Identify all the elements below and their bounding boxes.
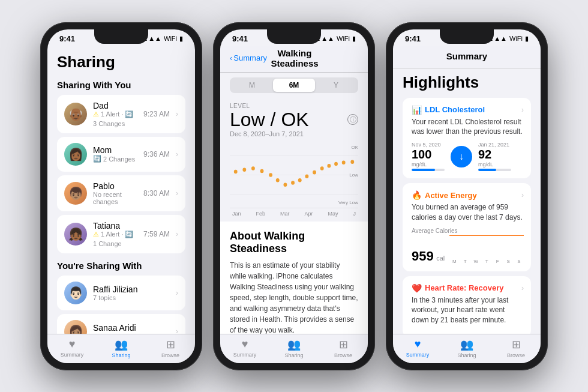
contact-time-dad: 9:23 AM bbox=[143, 110, 170, 118]
contact-pablo[interactable]: 👦🏽 Pablo No recent changes 8:30 AM › bbox=[57, 175, 185, 211]
notch-2 bbox=[267, 29, 321, 44]
hr-desc: In the 3 minutes after your last workout… bbox=[412, 295, 524, 325]
x-label-jun: J bbox=[353, 211, 356, 217]
bar-col-f: F bbox=[493, 258, 502, 264]
highlight-card-ldl[interactable]: 📊 LDL Cholesterol › Your recent LDL Chol… bbox=[403, 98, 531, 179]
tab-summary-3[interactable]: ♥ Summary bbox=[393, 338, 442, 358]
summary-content: Highlights 📊 LDL Cholesterol › Your rece… bbox=[393, 68, 541, 334]
about-section: About Walking Steadiness This is an esti… bbox=[220, 222, 368, 334]
bar-col-m: M bbox=[449, 258, 459, 264]
ldl-val-row1: 100 mg/dL bbox=[412, 148, 445, 171]
highlights-title: Highlights bbox=[393, 68, 541, 98]
sharing-tab-icon-2: 👥 bbox=[287, 338, 301, 351]
contact-mom[interactable]: 👩🏾 Mom 🔄 2 Changes 9:36 AM › bbox=[57, 137, 185, 172]
tab-browse-3[interactable]: ⊞ Browse bbox=[491, 338, 541, 358]
contact-tatiana[interactable]: 👧🏾 Tatiana ⚠ 1 Alert · 🔄 1 Change 7:59 A… bbox=[57, 215, 185, 253]
contact-time-pablo: 8:30 AM bbox=[143, 189, 170, 198]
segment-6m[interactable]: 6M bbox=[273, 79, 315, 92]
ldl-val2: 92 bbox=[478, 148, 491, 161]
battery-icon-2: ▮ bbox=[352, 35, 356, 43]
tab-browse-1[interactable]: ⊞ Browse bbox=[146, 338, 195, 358]
contact-meta-mom: 🔄 2 Changes bbox=[93, 155, 137, 163]
about-text: This is an estimate of your stability wh… bbox=[230, 260, 358, 334]
chart-area: LEVEL Low / OK ⓘ Dec 8, 2020–Jun 7, 2021 bbox=[220, 98, 368, 222]
tab-sharing-1[interactable]: 👥 Sharing bbox=[97, 338, 146, 358]
bar-col-s1: S bbox=[503, 258, 513, 264]
chart-container: OK Low Very Low bbox=[230, 142, 358, 208]
chart-value: Low / OK bbox=[230, 109, 309, 130]
alert-text-dad: 1 Alert bbox=[101, 110, 119, 118]
highlight-card-energy[interactable]: 🔥 Active Energy › You burned an average … bbox=[403, 183, 531, 271]
ldl-chevron: › bbox=[521, 106, 524, 114]
tab-summary-2[interactable]: ♥ Summary bbox=[220, 338, 269, 358]
ldl-bar2 bbox=[478, 169, 511, 171]
segment-y[interactable]: Y bbox=[315, 79, 357, 92]
summary-tab-icon-2: ♥ bbox=[242, 338, 248, 351]
ldl-col2: Jan 21, 2021 92 mg/dL bbox=[478, 142, 511, 171]
avatar-sanaa: 👩🏽 bbox=[64, 320, 87, 334]
tab-summary-1[interactable]: ♥ Summary bbox=[47, 338, 97, 358]
y-label-ok: OK bbox=[338, 145, 358, 150]
changes-mom: 🔄 bbox=[93, 155, 101, 163]
browse-tab-label-3: Browse bbox=[507, 352, 525, 358]
bar-label-s1: S bbox=[506, 259, 509, 264]
status-time-1: 9:41 bbox=[59, 34, 75, 43]
cal-number: 959 bbox=[412, 249, 434, 264]
contact-name-pablo: Pablo bbox=[93, 181, 137, 191]
ldl-icon: 📊 bbox=[412, 105, 422, 115]
ldl-unit1: mg/dL bbox=[412, 161, 445, 167]
phone-walking: 9:41 ▲▲▲ WiFi ▮ ‹ Summary Walking Steadi… bbox=[213, 22, 375, 370]
dot-sep-dad: · bbox=[121, 110, 123, 118]
x-label-mar: Mar bbox=[280, 211, 290, 217]
avg-line bbox=[449, 235, 524, 236]
energy-header: 🔥 Active Energy › bbox=[412, 190, 524, 200]
x-label-jan: Jan bbox=[232, 211, 241, 217]
bar-label-s2: S bbox=[517, 259, 520, 264]
alert-badge-dad: ⚠ bbox=[93, 110, 99, 118]
sharing-scroll: Sharing Sharing With You 👴🏾 Dad ⚠ 1 Aler… bbox=[47, 46, 195, 334]
cal-unit: cal bbox=[436, 255, 445, 262]
tab-sharing-3[interactable]: 👥 Sharing bbox=[442, 338, 491, 358]
contact-info-raffi: Raffi Jilizian 7 topics bbox=[93, 285, 170, 301]
sharing-tab-icon-3: 👥 bbox=[460, 338, 473, 351]
energy-icon: 🔥 bbox=[412, 190, 422, 200]
svg-point-13 bbox=[313, 170, 316, 175]
ldl-left: 100 mg/dL bbox=[412, 148, 445, 171]
nav-back-2[interactable]: ‹ Summary bbox=[230, 53, 267, 62]
contact-meta-pablo: No recent changes bbox=[93, 191, 137, 205]
segment-1m[interactable]: M bbox=[231, 79, 273, 92]
energy-cal-value: 959 cal bbox=[412, 249, 445, 264]
walking-scroll: M 6M Y LEVEL Low / OK ⓘ Dec 8, 2020–Jun … bbox=[220, 73, 368, 334]
avatar-dad: 👴🏾 bbox=[64, 103, 87, 125]
contact-sanaa[interactable]: 👩🏽 Sanaa Aridi 2 topics › bbox=[57, 314, 185, 334]
info-button[interactable]: ⓘ bbox=[347, 114, 358, 125]
browse-tab-icon-3: ⊞ bbox=[512, 338, 521, 351]
notch bbox=[94, 29, 148, 44]
tab-sharing-2[interactable]: 👥 Sharing bbox=[269, 338, 319, 358]
svg-point-16 bbox=[334, 161, 338, 166]
avatar-tatiana: 👧🏾 bbox=[64, 223, 87, 246]
browse-tab-label-1: Browse bbox=[161, 352, 179, 358]
bar-container: M T W bbox=[449, 237, 524, 264]
contact-info-sanaa: Sanaa Aridi 2 topics bbox=[93, 323, 170, 334]
contact-time-tatiana: 7:59 AM bbox=[143, 230, 170, 238]
status-time-3: 9:41 bbox=[405, 34, 421, 43]
bar-label-f: F bbox=[496, 259, 499, 264]
contact-dad[interactable]: 👴🏾 Dad ⚠ 1 Alert · 🔄 3 Changes 9:23 AM › bbox=[57, 95, 185, 133]
segment-control[interactable]: M 6M Y bbox=[230, 77, 358, 93]
energy-desc: You burned an average of 959 calories a … bbox=[412, 202, 524, 223]
contact-meta-raffi: 7 topics bbox=[93, 294, 170, 301]
contact-info-tatiana: Tatiana ⚠ 1 Alert · 🔄 1 Change bbox=[93, 221, 137, 247]
tab-browse-2[interactable]: ⊞ Browse bbox=[319, 338, 368, 358]
svg-point-12 bbox=[305, 174, 308, 178]
ldl-val1: 100 bbox=[412, 148, 431, 161]
battery-icon-3: ▮ bbox=[525, 35, 529, 43]
level-label: LEVEL bbox=[230, 103, 358, 109]
highlight-card-hr[interactable]: ❤️ Heart Rate: Recovery › In the 3 minut… bbox=[403, 276, 531, 334]
contact-raffi[interactable]: 👨🏻 Raffi Jilizian 7 topics › bbox=[57, 276, 185, 310]
svg-point-5 bbox=[251, 166, 255, 170]
svg-point-4 bbox=[242, 167, 246, 172]
contact-info-mom: Mom 🔄 2 Changes bbox=[93, 145, 137, 163]
ldl-col1: Nov 5, 2020 100 mg/dL bbox=[412, 142, 445, 171]
nav-title-3: Summary bbox=[403, 51, 531, 61]
